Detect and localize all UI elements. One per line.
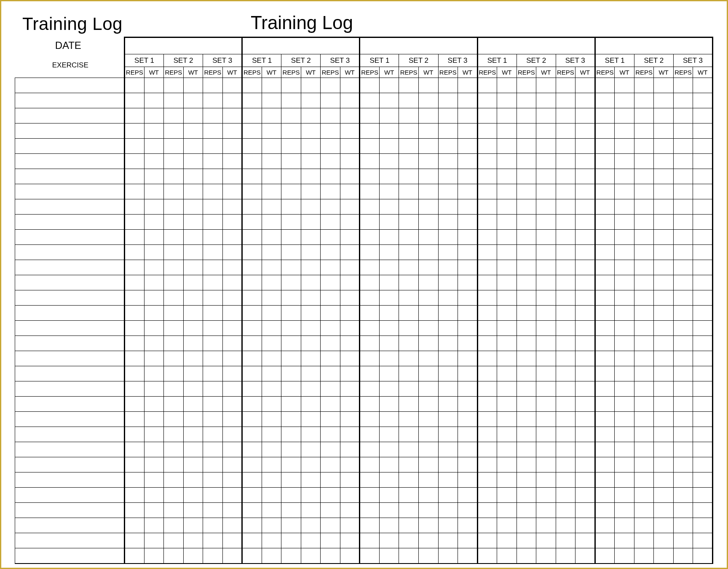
wt-cell[interactable] [144, 154, 164, 169]
reps-cell[interactable] [673, 336, 693, 351]
wt-cell[interactable] [497, 290, 517, 306]
wt-cell[interactable] [615, 260, 634, 275]
wt-cell[interactable] [497, 457, 517, 472]
reps-cell[interactable] [477, 518, 497, 533]
reps-cell[interactable] [164, 381, 184, 397]
reps-cell[interactable] [673, 442, 693, 457]
wt-cell[interactable] [222, 351, 242, 366]
wt-cell[interactable] [497, 548, 517, 564]
wt-cell[interactable] [497, 245, 517, 260]
reps-cell[interactable] [477, 366, 497, 381]
wt-cell[interactable] [418, 533, 438, 548]
wt-cell[interactable] [458, 351, 478, 366]
reps-cell[interactable] [438, 321, 458, 336]
wt-cell[interactable] [379, 457, 399, 472]
wt-cell[interactable] [654, 518, 674, 533]
reps-cell[interactable] [281, 533, 301, 548]
wt-cell[interactable] [183, 230, 203, 245]
wt-cell[interactable] [340, 518, 360, 533]
wt-cell[interactable] [183, 457, 203, 472]
wt-cell[interactable] [262, 427, 281, 442]
reps-cell[interactable] [321, 488, 340, 503]
wt-cell[interactable] [340, 351, 360, 366]
wt-cell[interactable] [418, 93, 438, 108]
wt-cell[interactable] [575, 290, 595, 306]
reps-cell[interactable] [399, 199, 419, 215]
reps-cell[interactable] [360, 154, 380, 169]
wt-cell[interactable] [693, 533, 713, 548]
wt-cell[interactable] [615, 321, 634, 336]
reps-cell[interactable] [164, 215, 184, 230]
wt-cell[interactable] [458, 139, 478, 154]
wt-cell[interactable] [379, 154, 399, 169]
exercise-name-cell[interactable] [15, 123, 125, 139]
reps-cell[interactable] [360, 108, 380, 123]
reps-cell[interactable] [164, 260, 184, 275]
reps-cell[interactable] [321, 472, 340, 488]
reps-cell[interactable] [477, 336, 497, 351]
reps-cell[interactable] [321, 397, 340, 412]
reps-cell[interactable] [517, 108, 536, 123]
reps-cell[interactable] [634, 290, 654, 306]
exercise-name-cell[interactable] [15, 533, 125, 548]
reps-cell[interactable] [556, 245, 575, 260]
wt-cell[interactable] [536, 427, 556, 442]
wt-cell[interactable] [654, 108, 674, 123]
reps-cell[interactable] [438, 154, 458, 169]
wt-cell[interactable] [222, 139, 242, 154]
reps-cell[interactable] [438, 533, 458, 548]
wt-cell[interactable] [144, 93, 164, 108]
reps-cell[interactable] [673, 230, 693, 245]
wt-cell[interactable] [183, 290, 203, 306]
reps-cell[interactable] [125, 397, 145, 412]
reps-cell[interactable] [242, 260, 262, 275]
reps-cell[interactable] [517, 533, 536, 548]
wt-cell[interactable] [458, 336, 478, 351]
reps-cell[interactable] [203, 427, 223, 442]
wt-cell[interactable] [654, 260, 674, 275]
reps-cell[interactable] [321, 123, 340, 139]
reps-cell[interactable] [281, 123, 301, 139]
reps-cell[interactable] [164, 518, 184, 533]
reps-cell[interactable] [242, 78, 262, 93]
reps-cell[interactable] [595, 457, 615, 472]
wt-cell[interactable] [222, 306, 242, 321]
wt-cell[interactable] [301, 381, 321, 397]
reps-cell[interactable] [673, 78, 693, 93]
reps-cell[interactable] [203, 351, 223, 366]
reps-cell[interactable] [164, 139, 184, 154]
reps-cell[interactable] [399, 488, 419, 503]
reps-cell[interactable] [556, 139, 575, 154]
reps-cell[interactable] [164, 154, 184, 169]
date-input-day-3[interactable] [360, 38, 477, 54]
reps-cell[interactable] [634, 503, 654, 518]
wt-cell[interactable] [262, 275, 281, 290]
reps-cell[interactable] [673, 381, 693, 397]
wt-cell[interactable] [536, 215, 556, 230]
wt-cell[interactable] [379, 518, 399, 533]
wt-cell[interactable] [262, 169, 281, 184]
reps-cell[interactable] [517, 78, 536, 93]
exercise-name-cell[interactable] [15, 199, 125, 215]
reps-cell[interactable] [242, 442, 262, 457]
wt-cell[interactable] [575, 215, 595, 230]
reps-cell[interactable] [203, 290, 223, 306]
reps-cell[interactable] [517, 321, 536, 336]
reps-cell[interactable] [556, 123, 575, 139]
reps-cell[interactable] [399, 503, 419, 518]
reps-cell[interactable] [360, 215, 380, 230]
wt-cell[interactable] [340, 427, 360, 442]
wt-cell[interactable] [340, 230, 360, 245]
wt-cell[interactable] [458, 472, 478, 488]
reps-cell[interactable] [242, 93, 262, 108]
wt-cell[interactable] [379, 169, 399, 184]
wt-cell[interactable] [144, 518, 164, 533]
wt-cell[interactable] [183, 306, 203, 321]
wt-cell[interactable] [693, 518, 713, 533]
reps-cell[interactable] [125, 184, 145, 199]
wt-cell[interactable] [693, 199, 713, 215]
reps-cell[interactable] [634, 215, 654, 230]
exercise-name-cell[interactable] [15, 154, 125, 169]
reps-cell[interactable] [125, 108, 145, 123]
reps-cell[interactable] [438, 78, 458, 93]
